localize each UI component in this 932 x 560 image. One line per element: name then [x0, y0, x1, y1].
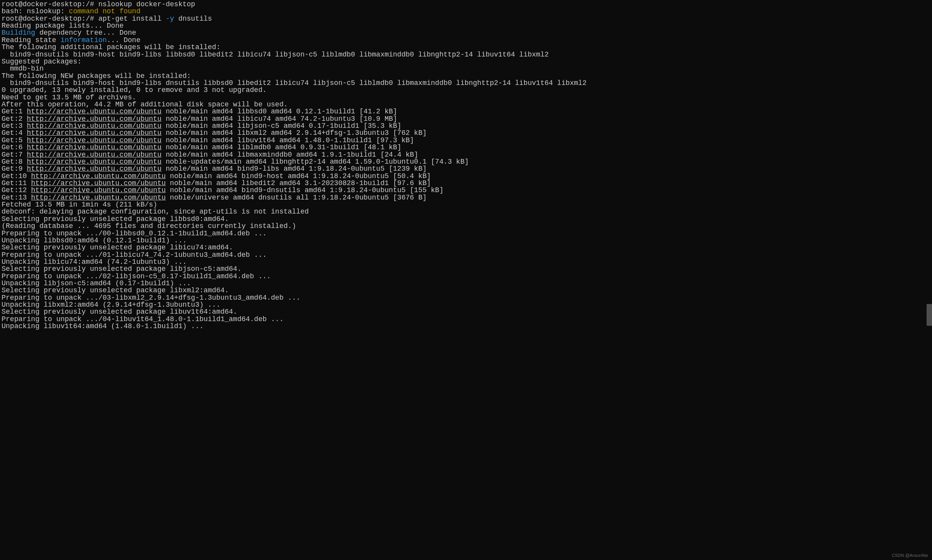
archive-url: http://archive.ubuntu.com/ubuntu: [31, 186, 166, 194]
output-line: Preparing to unpack .../00-libbsd0_0.12.…: [2, 230, 267, 237]
output-line: Selecting previously unselected package …: [2, 215, 229, 223]
output-line: Building dependency tree... Done: [2, 29, 136, 37]
shell-prompt: root@docker-desktop:/#: [2, 15, 94, 23]
output-line: Reading state information... Done: [2, 36, 140, 44]
archive-url: http://archive.ubuntu.com/ubuntu: [27, 143, 162, 151]
download-line: Get:7 http://archive.ubuntu.com/ubuntu n…: [2, 151, 418, 159]
output-line: 0 upgraded, 13 newly installed, 0 to rem…: [2, 86, 267, 94]
output-line: Selecting previously unselected package …: [2, 308, 237, 316]
command-text: apt-get install -y dnsutils: [94, 15, 212, 23]
archive-url: http://archive.ubuntu.com/ubuntu: [31, 194, 166, 201]
download-line: Get:8 http://archive.ubuntu.com/ubuntu n…: [2, 158, 469, 166]
archive-url: http://archive.ubuntu.com/ubuntu: [27, 108, 162, 115]
archive-url: http://archive.ubuntu.com/ubuntu: [27, 129, 162, 137]
shell-prompt: root@docker-desktop:/#: [2, 0, 94, 8]
output-line: Need to get 13.5 MB of archives.: [2, 94, 136, 101]
archive-url: http://archive.ubuntu.com/ubuntu: [27, 158, 162, 166]
download-line: Get:12 http://archive.ubuntu.com/ubuntu …: [2, 186, 443, 194]
download-line: Get:6 http://archive.ubuntu.com/ubuntu n…: [2, 143, 401, 151]
output-line: Preparing to unpack .../03-libxml2_2.9.1…: [2, 294, 300, 302]
download-line: Get:10 http://archive.ubuntu.com/ubuntu …: [2, 172, 431, 180]
archive-url: http://archive.ubuntu.com/ubuntu: [31, 179, 166, 187]
download-line: Get:2 http://archive.ubuntu.com/ubuntu n…: [2, 115, 397, 123]
archive-url: http://archive.ubuntu.com/ubuntu: [27, 136, 162, 144]
output-line: Preparing to unpack .../02-libjson-c5_0.…: [2, 272, 271, 280]
output-line: bind9-dnsutils bind9-host bind9-libs dns…: [2, 79, 586, 87]
output-line: The following NEW packages will be insta…: [2, 72, 191, 80]
output-line: Preparing to unpack .../04-libuv1t64_1.4…: [2, 315, 284, 323]
output-line: The following additional packages will b…: [2, 43, 221, 51]
terminal-output[interactable]: root@docker-desktop:/# nslookup docker-d…: [0, 0, 932, 331]
output-line: Selecting previously unselected package …: [2, 286, 229, 294]
download-line: Get:3 http://archive.ubuntu.com/ubuntu n…: [2, 122, 401, 130]
output-line: debconf: delaying package configuration,…: [2, 208, 309, 216]
archive-url: http://archive.ubuntu.com/ubuntu: [27, 122, 162, 130]
scrollbar-thumb[interactable]: [927, 304, 932, 326]
watermark: CSDN @AnsonNie: [892, 553, 928, 558]
download-line: Get:11 http://archive.ubuntu.com/ubuntu …: [2, 179, 431, 187]
output-line: After this operation, 44.2 MB of additio…: [2, 101, 288, 108]
download-line: Get:5 http://archive.ubuntu.com/ubuntu n…: [2, 136, 414, 144]
archive-url: http://archive.ubuntu.com/ubuntu: [31, 172, 166, 180]
output-line: (Reading database ... 4695 files and dir…: [2, 222, 296, 230]
output-line: bind9-dnsutils bind9-host bind9-libs lib…: [2, 51, 549, 58]
output-line: Suggested packages:: [2, 58, 81, 65]
archive-url: http://archive.ubuntu.com/ubuntu: [27, 115, 162, 123]
output-line: Reading package lists... Done: [2, 22, 124, 30]
output-line: Fetched 13.5 MB in 1min 4s (211 kB/s): [2, 201, 157, 208]
output-line: Preparing to unpack .../01-libicu74_74.2…: [2, 251, 267, 259]
output-line: Unpacking libjson-c5:amd64 (0.17-1build1…: [2, 279, 191, 287]
download-line: Get:4 http://archive.ubuntu.com/ubuntu n…: [2, 129, 427, 137]
output-line: Unpacking libbsd0:amd64 (0.12.1-1build1)…: [2, 237, 187, 244]
download-line: Get:1 http://archive.ubuntu.com/ubuntu n…: [2, 108, 397, 115]
download-line: Get:13 http://archive.ubuntu.com/ubuntu …: [2, 194, 427, 201]
output-line: Selecting previously unselected package …: [2, 265, 242, 273]
output-line: Unpacking libxml2:amd64 (2.9.14+dfsg-1.3…: [2, 301, 221, 309]
archive-url: http://archive.ubuntu.com/ubuntu: [27, 165, 162, 173]
download-line: Get:9 http://archive.ubuntu.com/ubuntu n…: [2, 165, 427, 173]
output-line: mmdb-bin: [2, 65, 44, 72]
output-line: Unpacking libicu74:amd64 (74.2-1ubuntu3)…: [2, 258, 187, 266]
output-line: Unpacking libuv1t64:amd64 (1.48.0-1.1bui…: [2, 322, 203, 330]
archive-url: http://archive.ubuntu.com/ubuntu: [27, 151, 162, 159]
error-message: command not found: [69, 7, 141, 15]
command-text: nslookup docker-desktop: [94, 0, 195, 8]
error-line: bash: nslookup: command not found: [2, 7, 140, 15]
output-line: Selecting previously unselected package …: [2, 244, 233, 251]
